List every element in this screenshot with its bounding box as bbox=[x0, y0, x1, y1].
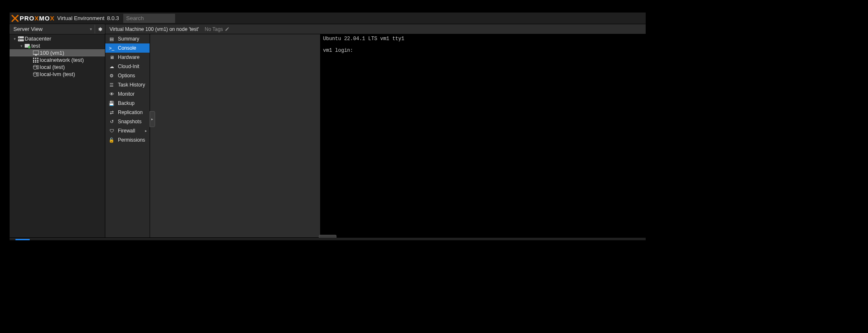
breadcrumb-title: Virtual Machine 100 (vm1) on node 'test' bbox=[109, 26, 199, 32]
nav-permissions[interactable]: 🔓Permissions bbox=[105, 135, 150, 145]
content-panel: Virtual Machine 100 (vm1) on node 'test'… bbox=[105, 24, 646, 237]
svg-rect-9 bbox=[35, 58, 36, 59]
nav-hardware[interactable]: 🖥Hardware bbox=[105, 53, 150, 62]
nav-firewall[interactable]: 🛡Firewall▸ bbox=[105, 126, 150, 135]
nav-backup[interactable]: 💾Backup bbox=[105, 99, 150, 108]
nav-task-history[interactable]: ☰Task History bbox=[105, 80, 150, 89]
svg-rect-14 bbox=[33, 61, 34, 63]
svg-point-3 bbox=[19, 40, 20, 41]
nav-label: Snapshots bbox=[118, 119, 142, 125]
tree-label: 100 (vm1) bbox=[40, 50, 64, 56]
nav-cloud-init[interactable]: ☁Cloud-Init bbox=[105, 62, 150, 71]
view-settings-button[interactable] bbox=[95, 24, 105, 34]
nav-console[interactable]: >_Console bbox=[105, 43, 150, 53]
svg-point-2 bbox=[19, 37, 20, 38]
task-progress-indicator bbox=[15, 239, 30, 240]
save-icon: 💾 bbox=[109, 101, 115, 106]
desktop-icon: 🖥 bbox=[109, 55, 115, 60]
svg-rect-16 bbox=[37, 61, 38, 63]
svg-rect-13 bbox=[37, 60, 38, 61]
gear-icon: ⚙ bbox=[109, 73, 115, 79]
network-icon bbox=[32, 58, 40, 63]
console-line: vm1 login: bbox=[323, 48, 353, 53]
nav-label: Permissions bbox=[118, 137, 145, 143]
body: Server View ▾ ▾ Datacenter ▾ test bbox=[10, 24, 646, 237]
product-name: Virtual Environment bbox=[57, 15, 104, 21]
tree-storage-lvm[interactable]: local-lvm (test) bbox=[10, 71, 105, 78]
svg-rect-8 bbox=[33, 58, 34, 59]
svg-rect-7 bbox=[35, 55, 37, 56]
content-body: Ubuntu 22.04.1 LTS vm1 tty1 vm1 login: bbox=[150, 34, 646, 237]
console-line: Ubuntu 22.04.1 LTS vm1 tty1 bbox=[323, 36, 404, 42]
proxmox-app: PROXMOX Virtual Environment 8.0.3 Server… bbox=[10, 13, 646, 240]
view-toolbar: Server View ▾ bbox=[10, 24, 105, 34]
breadcrumb: Virtual Machine 100 (vm1) on node 'test'… bbox=[105, 24, 646, 34]
vnc-console[interactable]: Ubuntu 22.04.1 LTS vm1 tty1 vm1 login: bbox=[321, 34, 646, 237]
chevron-down-icon: ▾ bbox=[90, 27, 92, 31]
list-icon: ☰ bbox=[109, 82, 115, 88]
tree-datacenter[interactable]: ▾ Datacenter bbox=[10, 35, 105, 42]
no-tags-label: No Tags bbox=[205, 26, 223, 32]
tree-label: local-lvm (test) bbox=[40, 71, 75, 77]
svg-rect-12 bbox=[35, 60, 36, 61]
tree-label: test bbox=[31, 43, 40, 49]
nav-monitor[interactable]: 👁Monitor bbox=[105, 89, 150, 99]
nav-label: Task History bbox=[118, 82, 145, 88]
tree-storage-local[interactable]: local (test) bbox=[10, 64, 105, 71]
nav-label: Backup bbox=[118, 100, 135, 106]
logo-text-pre: PRO bbox=[20, 15, 35, 22]
search-input[interactable] bbox=[123, 14, 175, 23]
node-icon bbox=[24, 43, 31, 48]
nav-label: Monitor bbox=[118, 91, 135, 97]
eye-icon: 👁 bbox=[109, 92, 115, 97]
nav-label: Hardware bbox=[118, 54, 140, 60]
nav-snapshots[interactable]: ↺Snapshots bbox=[105, 117, 150, 126]
tree-vm[interactable]: 100 (vm1) bbox=[10, 49, 105, 56]
chevron-right-icon: ▸ bbox=[145, 129, 147, 133]
server-icon bbox=[17, 36, 25, 41]
svg-rect-6 bbox=[33, 51, 39, 54]
no-tags-button[interactable]: No Tags bbox=[205, 26, 229, 32]
retweet-icon: ⇄ bbox=[109, 110, 115, 115]
nav-label: Cloud-Init bbox=[118, 64, 139, 69]
nav-label: Replication bbox=[118, 109, 143, 115]
nav-replication[interactable]: ⇄Replication bbox=[105, 108, 150, 117]
tree-label: Datacenter bbox=[25, 36, 51, 42]
tree-label: localnetwork (test) bbox=[40, 57, 84, 63]
main-area: ▤Summary >_Console 🖥Hardware ☁Cloud-Init… bbox=[105, 34, 646, 237]
unlock-icon: 🔓 bbox=[109, 137, 115, 143]
console-spacer bbox=[150, 34, 321, 237]
logo-x-icon bbox=[11, 15, 19, 22]
header-bar: PROXMOX Virtual Environment 8.0.3 bbox=[10, 13, 646, 24]
svg-rect-11 bbox=[33, 60, 34, 61]
view-selector[interactable]: Server View ▾ bbox=[10, 24, 95, 34]
logo-text-end: X bbox=[50, 15, 55, 22]
vm-config-nav: ▤Summary >_Console 🖥Hardware ☁Cloud-Init… bbox=[105, 34, 150, 237]
tree-network[interactable]: localnetwork (test) bbox=[10, 56, 105, 64]
tree-node[interactable]: ▾ test bbox=[10, 42, 105, 49]
resource-tree: ▾ Datacenter ▾ test 100 (vm1) bbox=[10, 34, 105, 237]
svg-rect-15 bbox=[35, 61, 36, 63]
gear-icon bbox=[97, 27, 102, 32]
version-label: 8.0.3 bbox=[107, 15, 119, 21]
desktop-icon bbox=[32, 51, 40, 56]
nav-label: Options bbox=[118, 73, 135, 79]
shield-icon: 🛡 bbox=[109, 128, 115, 133]
view-selector-label: Server View bbox=[13, 26, 43, 32]
svg-rect-10 bbox=[37, 58, 38, 59]
task-log-bar[interactable] bbox=[10, 237, 646, 240]
tree-label: local (test) bbox=[40, 64, 65, 70]
history-icon: ↺ bbox=[109, 119, 115, 125]
storage-icon bbox=[32, 72, 40, 77]
nav-summary[interactable]: ▤Summary bbox=[105, 34, 150, 43]
cloud-icon: ☁ bbox=[109, 64, 115, 69]
svg-point-5 bbox=[28, 46, 31, 48]
expander-icon[interactable]: ▾ bbox=[19, 44, 24, 48]
proxmox-logo: PROXMOX bbox=[11, 15, 55, 22]
nav-options[interactable]: ⚙Options bbox=[105, 71, 150, 80]
svg-rect-18 bbox=[37, 66, 38, 69]
nav-collapse-toggle[interactable]: ▸ bbox=[150, 111, 155, 127]
logo-text-mid: X bbox=[35, 15, 39, 22]
task-log-handle[interactable] bbox=[319, 235, 336, 238]
expander-icon[interactable]: ▾ bbox=[12, 37, 17, 41]
